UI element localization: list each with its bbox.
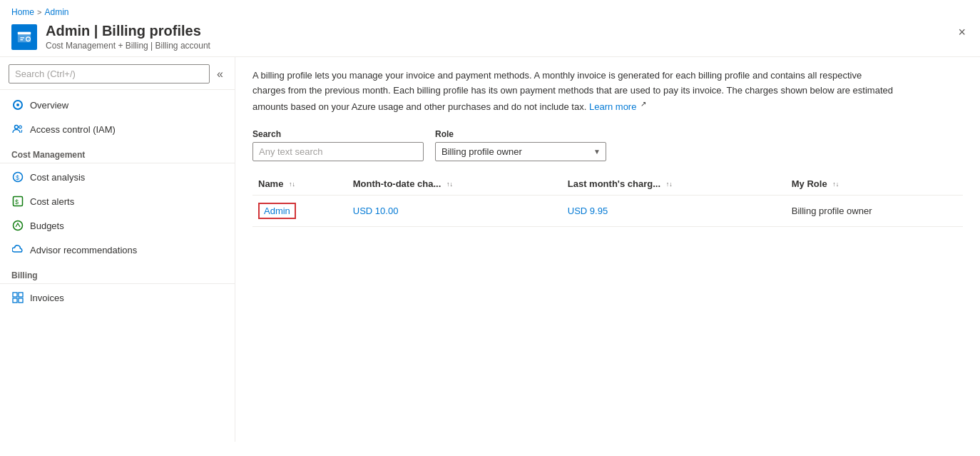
cell-my-role: Billing profile owner: [786, 195, 963, 226]
page-icon: [11, 24, 37, 50]
search-label: Search: [252, 129, 424, 139]
role-select-wrapper: Billing profile ownerBilling profile con…: [435, 142, 606, 161]
dollar-square-icon: $: [11, 195, 24, 208]
sidebar-item-cost-analysis[interactable]: $ Cost analysis: [0, 165, 235, 189]
svg-point-10: [19, 126, 22, 128]
billing-profiles-table: Name ↑↓ Month-to-date cha... ↑↓ Last mon…: [252, 173, 963, 227]
budget-icon: [11, 219, 24, 232]
sidebar-label-invoices: Invoices: [30, 293, 64, 303]
role-label: Role: [435, 129, 606, 139]
cell-name: Admin: [252, 195, 347, 226]
svg-text:$: $: [16, 174, 19, 181]
svg-rect-19: [19, 298, 23, 303]
svg-rect-17: [19, 293, 23, 297]
page-header: Admin | Billing profiles Cost Management…: [0, 20, 980, 57]
col-name: Name ↑↓: [252, 173, 347, 196]
page-subtitle: Cost Management + Billing | Billing acco…: [46, 41, 210, 51]
cloud-icon: [11, 243, 24, 256]
sort-name-icon[interactable]: ↑↓: [289, 182, 295, 187]
role-select[interactable]: Billing profile ownerBilling profile con…: [435, 142, 606, 161]
svg-point-8: [16, 103, 19, 106]
sort-role-icon[interactable]: ↑↓: [832, 182, 839, 187]
table-row: Admin USD 10.00 USD 9.95 Billing profile…: [252, 195, 963, 226]
col-month-to-date: Month-to-date cha... ↑↓: [347, 173, 562, 196]
close-button[interactable]: ×: [955, 23, 969, 41]
sidebar-label-cost-analysis: Cost analysis: [30, 172, 85, 183]
sidebar-item-access-control[interactable]: Access control (IAM): [0, 117, 235, 141]
collapse-button[interactable]: «: [214, 65, 226, 83]
sidebar: « Overview Access control (IAM) Cost Man…: [0, 57, 235, 442]
sidebar-label-advisor-recommendations: Advisor recommendations: [30, 245, 137, 255]
page-title: Admin | Billing profiles: [46, 23, 210, 39]
breadcrumb-separator: >: [37, 8, 41, 16]
sort-month-icon[interactable]: ↑↓: [446, 182, 453, 187]
search-filter-group: Search: [252, 129, 424, 161]
section-billing: Billing: [0, 262, 235, 284]
cell-month-to-date: USD 10.00: [347, 195, 562, 226]
sidebar-search-row: «: [0, 57, 235, 90]
filter-row: Search Role Billing profile ownerBilling…: [252, 129, 963, 161]
dollar-circle-icon: $: [11, 171, 24, 183]
sidebar-item-cost-alerts[interactable]: $ Cost alerts: [0, 189, 235, 213]
sidebar-content: Overview Access control (IAM) Cost Manag…: [0, 90, 235, 442]
last-month-value: USD 9.95: [568, 206, 608, 216]
sidebar-item-budgets[interactable]: Budgets: [0, 213, 235, 238]
sidebar-item-advisor-recommendations[interactable]: Advisor recommendations: [0, 238, 235, 262]
my-role-value: Billing profile owner: [792, 206, 872, 216]
section-cost-management: Cost Management: [0, 141, 235, 163]
sidebar-item-overview[interactable]: Overview: [0, 93, 235, 117]
col-my-role: My Role ↑↓: [786, 173, 963, 196]
breadcrumb-home[interactable]: Home: [11, 7, 34, 17]
svg-point-9: [15, 126, 19, 129]
breadcrumb: Home > Admin: [0, 0, 980, 20]
sidebar-item-invoices[interactable]: Invoices: [0, 285, 235, 310]
svg-rect-18: [13, 298, 17, 303]
month-to-date-value: USD 10.00: [353, 206, 399, 216]
sidebar-label-overview: Overview: [30, 100, 68, 111]
grid-icon: [11, 291, 24, 304]
sidebar-label-budgets: Budgets: [30, 221, 64, 231]
table-header-row: Name ↑↓ Month-to-date cha... ↑↓ Last mon…: [252, 173, 963, 196]
main-layout: « Overview Access control (IAM) Cost Man…: [0, 57, 980, 442]
circle-icon: [11, 98, 24, 111]
learn-more-link[interactable]: Learn more: [589, 101, 636, 112]
role-filter-group: Role Billing profile ownerBilling profil…: [435, 129, 606, 161]
search-input[interactable]: [9, 64, 210, 83]
sidebar-label-cost-alerts: Cost alerts: [30, 196, 74, 207]
sidebar-label-access-control: Access control (IAM): [30, 124, 116, 135]
cell-last-month: USD 9.95: [562, 195, 786, 226]
people-icon: [11, 123, 24, 136]
external-link-icon: ↗: [640, 100, 646, 108]
admin-profile-link[interactable]: Admin: [258, 203, 296, 219]
col-last-month: Last month's charg... ↑↓: [562, 173, 786, 196]
svg-rect-16: [13, 293, 17, 297]
search-filter-input[interactable]: [252, 142, 424, 161]
svg-text:$: $: [15, 198, 19, 206]
svg-point-15: [14, 221, 23, 230]
title-block: Admin | Billing profiles Cost Management…: [46, 23, 210, 51]
svg-rect-1: [18, 32, 31, 35]
sort-last-month-icon[interactable]: ↑↓: [666, 182, 673, 187]
description-text: A billing profile lets you manage your i…: [252, 69, 894, 115]
header-left: Admin | Billing profiles Cost Management…: [11, 23, 210, 51]
breadcrumb-current[interactable]: Admin: [44, 7, 68, 17]
content-area: A billing profile lets you manage your i…: [235, 57, 980, 442]
